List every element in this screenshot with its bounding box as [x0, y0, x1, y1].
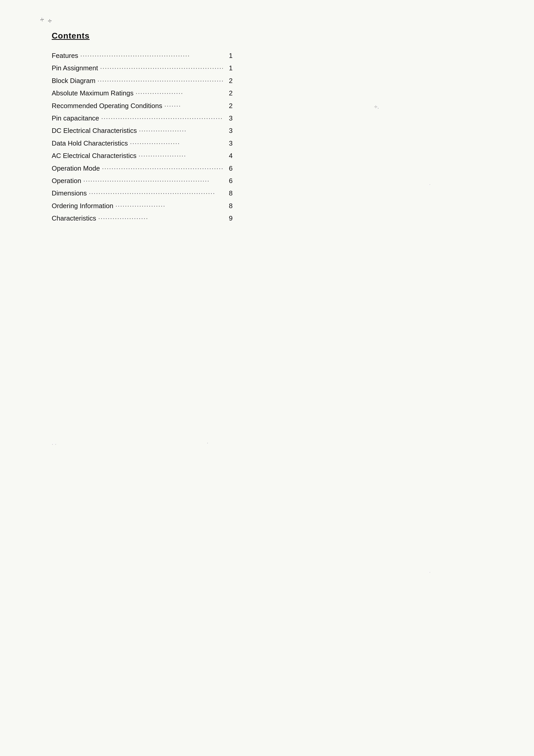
toc-page-ordering-info: 8 [225, 201, 233, 210]
toc-dots-ordering-info: ····················· [115, 201, 223, 210]
toc-row-operation: Operation ······························… [52, 176, 233, 185]
page: ÷ ÷ ÷. . . · · · Contents Features ·····… [0, 0, 534, 756]
toc-dots-dimensions: ········································… [89, 188, 223, 198]
toc-row-pin-capacitance: Pin capacitance ························… [52, 114, 233, 123]
corner-mark-2: ÷ [47, 16, 52, 25]
toc-dots-features: ········································… [80, 51, 223, 60]
content-area: Contents Features ······················… [52, 31, 233, 226]
toc-dots-rec-op-conditions: ······· [164, 101, 223, 110]
toc-dots-operation-mode: ········································… [102, 164, 223, 173]
bottom-right-mark2: · [429, 569, 431, 576]
toc-dots-pin-assignment: ········································… [100, 63, 223, 73]
toc-label-operation-mode: Operation Mode [52, 164, 100, 173]
toc-page-ac-elec-char: 4 [225, 151, 233, 160]
toc-row-dimensions: Dimensions ·····························… [52, 188, 233, 198]
toc-row-ordering-info: Ordering Information ···················… [52, 201, 233, 210]
toc-label-data-hold-char: Data Hold Characteristics [52, 139, 128, 148]
bottom-right-mark: · [429, 181, 431, 188]
toc-row-ac-elec-char: AC Electrical Characteristics ··········… [52, 151, 233, 160]
toc-page-data-hold-char: 3 [225, 139, 233, 148]
toc-label-dc-elec-char: DC Electrical Characteristics [52, 126, 137, 135]
toc-row-features: Features ·······························… [52, 51, 233, 60]
toc-page-dc-elec-char: 3 [225, 126, 233, 135]
toc-row-data-hold-char: Data Hold Characteristics ··············… [52, 139, 233, 148]
bottom-left-mark: . . [52, 440, 56, 446]
toc-dots-abs-max-ratings: ···················· [135, 89, 223, 98]
toc-dots-characteristics: ····················· [98, 214, 223, 223]
toc-dots-data-hold-char: ····················· [130, 139, 223, 148]
toc-page-block-diagram: 2 [225, 76, 233, 85]
toc-dots-block-diagram: ········································… [97, 76, 223, 85]
toc-page-characteristics: 9 [225, 214, 233, 223]
toc-dots-operation: ········································… [83, 176, 223, 185]
toc-label-rec-op-conditions: Recommended Operating Conditions [52, 101, 162, 110]
bottom-center-mark: · [207, 440, 208, 446]
toc-label-ac-elec-char: AC Electrical Characteristics [52, 151, 137, 160]
toc-label-pin-capacitance: Pin capacitance [52, 114, 99, 123]
toc-label-features: Features [52, 51, 78, 60]
toc-page-features: 1 [225, 51, 233, 60]
toc-row-pin-assignment: Pin Assignment ·························… [52, 63, 233, 73]
toc-label-characteristics: Characteristics [52, 214, 96, 223]
toc-dots-dc-elec-char: ···················· [139, 126, 223, 135]
contents-title: Contents [52, 31, 233, 40]
toc-list: Features ·······························… [52, 51, 233, 223]
toc-dots-ac-elec-char: ···················· [139, 151, 223, 160]
toc-label-abs-max-ratings: Absolute Maximum Ratings [52, 89, 133, 98]
toc-label-dimensions: Dimensions [52, 188, 87, 198]
toc-page-pin-capacitance: 3 [225, 114, 233, 123]
toc-label-block-diagram: Block Diagram [52, 76, 95, 85]
toc-page-operation-mode: 6 [225, 164, 233, 173]
toc-row-dc-elec-char: DC Electrical Characteristics ··········… [52, 126, 233, 135]
toc-label-ordering-info: Ordering Information [52, 201, 113, 210]
toc-page-abs-max-ratings: 2 [225, 89, 233, 98]
toc-page-operation: 6 [225, 176, 233, 185]
toc-row-block-diagram: Block Diagram ··························… [52, 76, 233, 85]
toc-label-pin-assignment: Pin Assignment [52, 63, 98, 73]
toc-row-rec-op-conditions: Recommended Operating Conditions ·······… [52, 101, 233, 110]
toc-row-operation-mode: Operation Mode ·························… [52, 164, 233, 173]
corner-mark-1: ÷ [39, 15, 45, 24]
side-mark: ÷. [374, 103, 379, 110]
toc-page-pin-assignment: 1 [225, 63, 233, 73]
toc-row-abs-max-ratings: Absolute Maximum Ratings ···············… [52, 89, 233, 98]
toc-label-operation: Operation [52, 176, 81, 185]
toc-dots-pin-capacitance: ········································… [101, 114, 223, 123]
toc-page-dimensions: 8 [225, 188, 233, 198]
toc-row-characteristics: Characteristics ····················· 9 [52, 214, 233, 223]
toc-page-rec-op-conditions: 2 [225, 101, 233, 110]
